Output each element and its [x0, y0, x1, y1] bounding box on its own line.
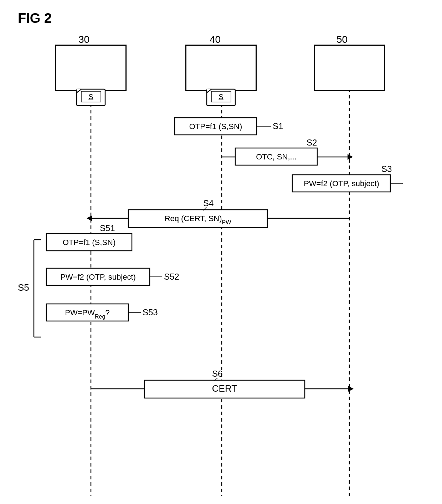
device-box-30: [55, 45, 127, 91]
svg-text:S4: S4: [203, 198, 214, 208]
svg-rect-27: [46, 234, 132, 251]
svg-text:PW=f2 (OTP, subject): PW=f2 (OTP, subject): [304, 179, 379, 188]
svg-rect-13: [292, 175, 390, 192]
svg-rect-30: [46, 268, 150, 285]
svg-text:OTC, SN,...: OTC, SN,...: [256, 152, 297, 161]
svg-rect-3: [175, 118, 257, 135]
svg-text:Req (CERT, SN)PW: Req (CERT, SN)PW: [165, 214, 232, 225]
svg-marker-11: [348, 154, 353, 160]
svg-text:S51: S51: [100, 223, 115, 233]
svg-text:PW=f2 (OTP, subject): PW=f2 (OTP, subject): [60, 273, 136, 281]
node-label-30: 30: [78, 34, 89, 45]
svg-text:S: S: [219, 93, 223, 101]
svg-marker-18: [87, 215, 92, 221]
svg-text:S5: S5: [18, 282, 29, 293]
svg-text:S52: S52: [164, 272, 179, 281]
svg-text:OTP=f1 (S,SN): OTP=f1 (S,SN): [63, 238, 116, 247]
svg-text:S2: S2: [307, 138, 317, 147]
svg-text:S1: S1: [273, 121, 283, 131]
svg-rect-19: [128, 210, 267, 228]
node-label-50: 50: [336, 34, 348, 45]
svg-text:S: S: [88, 93, 93, 101]
svg-text:OTP=f1 (S,SN): OTP=f1 (S,SN): [189, 122, 242, 131]
svg-line-43: [214, 378, 217, 381]
device-box-40: [185, 45, 257, 91]
svg-text:CERT: CERT: [212, 383, 237, 394]
figure-title: FIG 2: [18, 11, 52, 26]
svg-text:S3: S3: [381, 164, 392, 174]
svg-rect-34: [46, 304, 128, 321]
svg-text:S53: S53: [143, 307, 158, 317]
diagram-container: OTP=f1 (S,SN) S1 OTC, SN,... S2 PW=f2 (O…: [0, 0, 442, 504]
node-label-40: 40: [210, 34, 221, 45]
sim-card-30: S: [75, 88, 107, 106]
svg-marker-39: [348, 386, 354, 392]
svg-text:PW=PWReg?: PW=PWReg?: [65, 308, 109, 320]
svg-line-22: [203, 207, 207, 210]
device-box-50: [314, 45, 385, 91]
sim-card-40: S: [205, 88, 237, 106]
svg-text:S6: S6: [212, 369, 222, 378]
svg-rect-40: [144, 380, 305, 398]
svg-rect-8: [235, 148, 317, 165]
